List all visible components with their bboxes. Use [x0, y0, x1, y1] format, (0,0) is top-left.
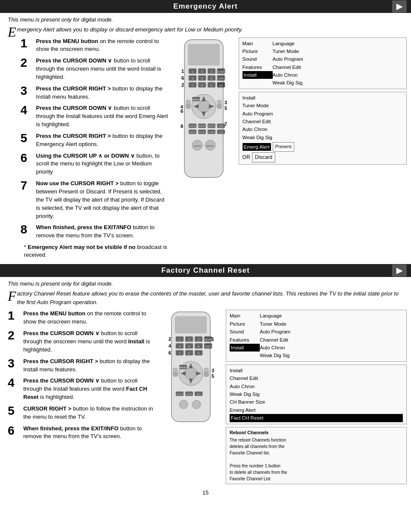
s2-install-ch-banner-size: CH Banner Size — [230, 398, 403, 406]
s2-menu-tuner-mode: Tuner Mode — [260, 320, 403, 328]
s2-menu-weak-dig-sig: Weak Dig Sig — [260, 352, 403, 359]
step-2-6-num: 6 — [8, 425, 20, 437]
section1-intro-text: mergency Alert allows you to display or … — [17, 26, 243, 33]
remote-svg-1: 1 2 3 NUMB 4 5 6 FMRT 7 8 9 AV — [176, 37, 232, 184]
s2-install-auto-chron: Auto Chron — [230, 383, 403, 390]
install-tuner-mode: Tuner Mode — [243, 102, 403, 109]
section2-intro: Factory Channel Reset feature allows you… — [8, 289, 403, 306]
step-2-3: 3 Press the CURSOR RIGHT > button to dis… — [8, 358, 156, 374]
factory-reset-title: Factory Channel Reset — [161, 266, 249, 275]
menu-auto-chron: Auto Chron — [273, 71, 403, 79]
reset-panel-line6: Favorite Channel List — [230, 476, 403, 482]
section2-main-menu: Main Picture Sound Features Install Lang… — [226, 310, 407, 361]
svg-text:9: 9 — [210, 84, 212, 87]
svg-text:3: 3 — [212, 368, 214, 373]
svg-text:ENTRY: ENTRY — [188, 125, 196, 128]
step-1-4-num: 4 — [21, 104, 33, 116]
step-1-2-num: 2 — [21, 57, 33, 69]
install-weak-dig-sig: Weak Dig Sig — [243, 134, 403, 141]
svg-text:AO: AO — [197, 393, 201, 395]
install-auto-program: Auto Program — [243, 110, 403, 118]
section2-reset-panel: Reboot Channels The reboot Channels func… — [226, 427, 407, 485]
section2-arrow-icon: ▶ — [392, 264, 407, 277]
menu-language: Language — [273, 40, 403, 47]
svg-rect-35 — [186, 104, 190, 109]
menu-left-col: Main Picture Sound Features Install — [243, 40, 273, 87]
step-2-5: 5 CURSOR RIGHT > button to follow the in… — [8, 405, 156, 421]
or-discard-row: OR Discard — [243, 152, 403, 162]
svg-text:FMRT: FMRT — [217, 77, 225, 80]
s2-install-title: Install — [230, 367, 403, 374]
svg-text:7: 7 — [224, 121, 227, 127]
step-1-6-num: 6 — [21, 152, 33, 164]
svg-text:7: 7 — [191, 84, 193, 87]
step-1-2: 2 Press the CURSOR DOWN ∨ button to scro… — [21, 57, 169, 81]
svg-point-109 — [179, 400, 188, 409]
s2-menu-channel-edit: Channel Edit — [260, 336, 403, 344]
svg-rect-1 — [188, 44, 220, 65]
svg-text:2: 2 — [168, 336, 171, 342]
svg-text:2: 2 — [188, 338, 190, 342]
remote-svg-2: 1 2 3 NUM 4 5 6 FMT 7 8 9 — [163, 310, 219, 426]
section1-arrow-icon: ▶ — [392, 0, 407, 12]
svg-text:AUTO: AUTO — [198, 124, 206, 128]
svg-text:9: 9 — [198, 352, 200, 355]
step-2-1-text: Press the MENU button on the remote cont… — [23, 310, 156, 326]
reset-panel-line2: deletes all channels from the — [230, 443, 403, 450]
step-1-1-text: Press the MENU button on the remote cont… — [36, 37, 169, 54]
s2-menu-language: Language — [260, 312, 403, 320]
step-1-4: 4 Press the CURSOR DOWN ∨ button to scro… — [21, 104, 169, 129]
step-2-2: 2 Press the CURSOR DOWN ∨ button to scro… — [8, 330, 156, 354]
svg-text:AV: AV — [219, 84, 223, 87]
step-1-3: 3 Press the CURSOR RIGHT > button to dis… — [21, 85, 169, 101]
step-2-2-num: 2 — [8, 330, 20, 342]
svg-text:MUTE: MUTE — [206, 145, 214, 147]
step-1-2-text: Press the CURSOR DOWN ∨ button to scroll… — [36, 57, 169, 81]
step-1-1: 1 Press the MENU button on the remote co… — [21, 37, 169, 54]
step-1-4-text: Press the CURSOR DOWN ∨ button to scroll… — [36, 104, 169, 129]
s2-main-menu-group: Main Picture Sound Features Install Lang… — [230, 312, 403, 359]
svg-rect-37 — [217, 104, 221, 109]
svg-text:6: 6 — [210, 77, 212, 81]
section2-intro-text: actory Channel Reset feature allows you … — [17, 290, 399, 305]
factory-channel-reset-section: Factory Channel Reset ▶ This menu is pre… — [0, 264, 411, 484]
section1-remote: 1 2 3 NUMB 4 5 6 FMRT 7 8 9 AV — [176, 37, 236, 185]
svg-text:6: 6 — [180, 109, 183, 114]
step-2-1-num: 1 — [8, 310, 20, 322]
menu-tuner-mode: Tuner Mode — [273, 47, 403, 55]
step-1-3-num: 3 — [21, 85, 33, 97]
section1-steps-col: 1 Press the MENU button on the remote co… — [17, 37, 172, 259]
section2-right-col: 1 2 3 NUM 4 5 6 FMT 7 8 9 — [163, 310, 407, 484]
menu-sound: Sound — [243, 55, 273, 63]
svg-text:5: 5 — [224, 106, 227, 111]
install-emerg-alert: Emerg Alert — [243, 143, 271, 151]
menu-channel-edit: Channel Edit — [273, 63, 403, 71]
step-2-2-text: Press the CURSOR DOWN ∨ button to scroll… — [23, 330, 156, 354]
menu-features: Features — [243, 63, 273, 71]
section1-subtitle: This menu is present only for digital mo… — [8, 16, 403, 23]
install-auto-chron: Auto Chron — [243, 125, 403, 133]
menu-install: Install — [243, 71, 273, 79]
install-channel-edit: Channel Edit — [243, 118, 403, 125]
svg-text:MENU: MENU — [179, 366, 187, 369]
step-2-6-text: When finished, press the EXIT/INFO butto… — [23, 425, 156, 441]
s2-menu-features: Features — [230, 336, 260, 344]
step-1-7-text: Now use the CURSOR RIGHT > button to tog… — [36, 180, 169, 220]
s2-menu-right-col: Language Tuner Mode Auto Program Channel… — [260, 312, 403, 359]
emergency-alert-title: Emergency Alert — [173, 2, 237, 11]
page-number: 15 — [0, 489, 411, 496]
step-1-7-num: 7 — [21, 180, 33, 192]
step-2-5-num: 5 — [8, 405, 20, 417]
menu-auto-program: Auto Program — [273, 55, 403, 63]
section1-menus-col: Main Picture Sound Features Install Lang… — [239, 37, 407, 165]
svg-text:5: 5 — [212, 373, 214, 379]
step-1-7: 7 Now use the CURSOR RIGHT > button to t… — [21, 180, 169, 220]
step-1-6-text: Using the CURSOR UP ∧ or DOWN ∨ button, … — [36, 152, 169, 177]
svg-text:MENU: MENU — [192, 98, 200, 101]
svg-rect-102 — [204, 372, 209, 376]
svg-text:AO: AO — [218, 124, 223, 128]
svg-text:7: 7 — [179, 352, 181, 355]
svg-text:8: 8 — [180, 124, 183, 129]
svg-text:2: 2 — [181, 82, 184, 87]
discard-box: Discard — [252, 152, 276, 162]
